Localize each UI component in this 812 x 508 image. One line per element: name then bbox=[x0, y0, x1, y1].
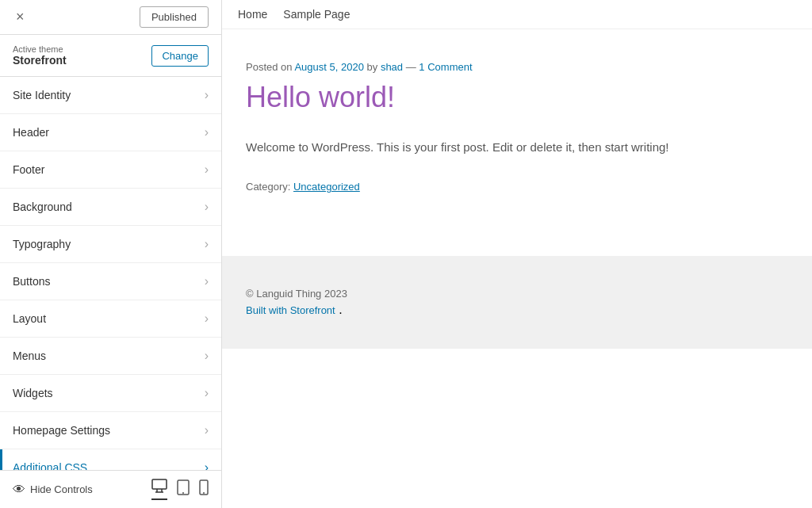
site-footer: © Languid Thing 2023 Built with Storefro… bbox=[222, 256, 812, 349]
tablet-view-button[interactable] bbox=[177, 479, 190, 500]
chevron-right-icon: › bbox=[205, 162, 209, 177]
chevron-right-icon: › bbox=[205, 386, 209, 400]
svg-rect-1 bbox=[152, 479, 167, 489]
sidebar-item-footer[interactable]: Footer › bbox=[0, 151, 221, 189]
customizer-nav-list: Site Identity › Header › Footer › Backgr… bbox=[0, 77, 221, 470]
change-theme-button[interactable]: Change bbox=[151, 45, 209, 67]
chevron-right-icon: › bbox=[205, 311, 209, 326]
post-title: Hello world! bbox=[246, 81, 788, 114]
category-link[interactable]: Uncategorized bbox=[293, 181, 360, 193]
sidebar-item-menus[interactable]: Menus › bbox=[0, 338, 221, 375]
storefront-link[interactable]: Built with Storefront bbox=[246, 304, 335, 316]
chevron-right-icon: › bbox=[205, 423, 209, 437]
chevron-right-icon: › bbox=[205, 349, 209, 363]
chevron-right-icon: › bbox=[205, 125, 209, 139]
close-button[interactable]: × bbox=[13, 6, 28, 29]
sidebar-item-homepage-settings[interactable]: Homepage Settings › bbox=[0, 412, 221, 449]
sidebar-item-background[interactable]: Background › bbox=[0, 189, 221, 226]
site-navigation: Home Sample Page bbox=[222, 0, 812, 29]
sidebar-item-layout[interactable]: Layout › bbox=[0, 300, 221, 338]
nav-link-sample-page[interactable]: Sample Page bbox=[283, 8, 350, 21]
chevron-right-icon: › bbox=[205, 88, 209, 102]
chevron-right-icon: › bbox=[205, 200, 209, 214]
sidebar-item-additional-css[interactable]: Additional CSS › bbox=[0, 449, 221, 470]
sidebar-item-site-identity[interactable]: Site Identity › bbox=[0, 77, 221, 114]
eye-icon: 👁 bbox=[13, 483, 25, 497]
post-comment-link[interactable]: 1 Comment bbox=[419, 61, 472, 73]
published-button[interactable]: Published bbox=[140, 6, 209, 28]
chevron-right-icon: › bbox=[205, 237, 209, 251]
hide-controls-button[interactable]: 👁 Hide Controls bbox=[13, 483, 93, 497]
footer-built-with: Built with Storefront . bbox=[246, 303, 788, 317]
footer-copyright: © Languid Thing 2023 bbox=[246, 288, 788, 300]
chevron-right-icon: › bbox=[205, 460, 209, 470]
mobile-view-button[interactable] bbox=[199, 479, 209, 500]
nav-link-home[interactable]: Home bbox=[238, 8, 267, 21]
theme-label: Active theme bbox=[13, 44, 67, 54]
post-author-link[interactable]: shad bbox=[381, 61, 403, 73]
post-meta: Posted on August 5, 2020 by shad — 1 Com… bbox=[246, 61, 788, 73]
sidebar-item-widgets[interactable]: Widgets › bbox=[0, 375, 221, 412]
svg-point-6 bbox=[182, 492, 184, 494]
sidebar-item-header[interactable]: Header › bbox=[0, 114, 221, 151]
desktop-view-button[interactable] bbox=[151, 479, 167, 500]
sidebar-item-typography[interactable]: Typography › bbox=[0, 226, 221, 263]
post-content: Welcome to WordPress. This is your first… bbox=[246, 138, 788, 157]
post-date-link[interactable]: August 5, 2020 bbox=[294, 61, 363, 73]
chevron-right-icon: › bbox=[205, 274, 209, 288]
sidebar-item-buttons[interactable]: Buttons › bbox=[0, 263, 221, 300]
svg-point-8 bbox=[203, 492, 205, 494]
post-category: Category: Uncategorized bbox=[246, 181, 788, 193]
theme-name: Storefront bbox=[13, 54, 67, 67]
